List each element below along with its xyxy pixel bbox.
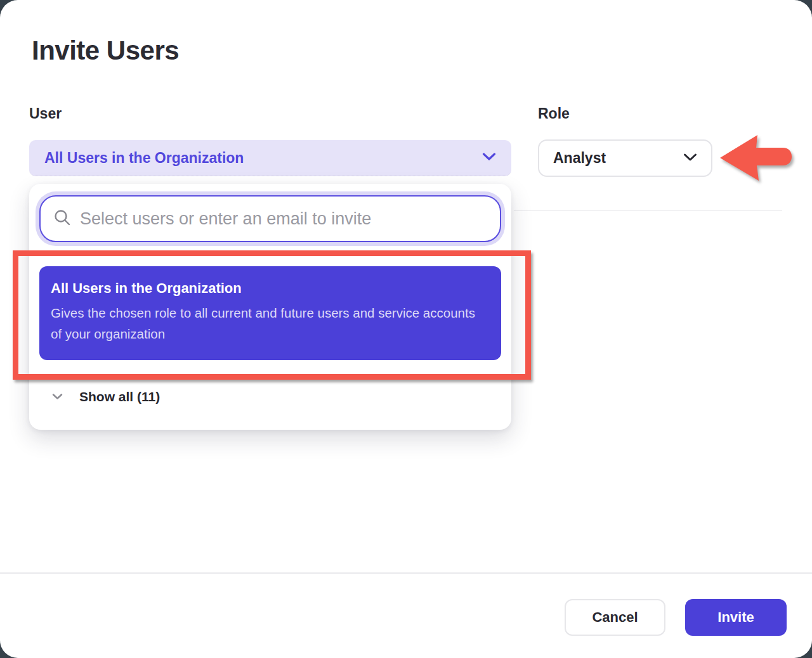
role-field-label: Role	[538, 105, 570, 122]
user-field-label: User	[29, 105, 62, 122]
search-input[interactable]	[80, 209, 487, 229]
option-description: Gives the chosen role to all current and…	[51, 302, 480, 344]
backdrop: Invite Users User Role All Users in the …	[0, 0, 812, 658]
user-dropdown-panel: All Users in the Organization Gives the …	[29, 184, 511, 430]
role-section-divider	[514, 210, 782, 211]
footer-divider	[0, 572, 812, 574]
invite-users-modal: Invite Users User Role All Users in the …	[0, 0, 812, 658]
chevron-down-icon	[52, 391, 63, 403]
role-select-value: Analyst	[553, 150, 606, 167]
option-title: All Users in the Organization	[51, 280, 490, 297]
chevron-down-icon	[683, 153, 697, 164]
show-all-toggle[interactable]: Show all (11)	[29, 380, 511, 413]
user-search-field[interactable]	[39, 195, 501, 242]
invite-button[interactable]: Invite	[685, 599, 787, 636]
role-select[interactable]: Analyst	[538, 139, 712, 177]
cancel-button[interactable]: Cancel	[565, 599, 665, 636]
left-arrow-annotation-icon	[717, 131, 795, 186]
show-all-label: Show all (11)	[79, 389, 160, 404]
chevron-down-icon	[482, 152, 496, 164]
page-title: Invite Users	[32, 35, 179, 66]
search-icon	[53, 209, 71, 229]
option-all-users[interactable]: All Users in the Organization Gives the …	[39, 266, 501, 360]
user-select-value: All Users in the Organization	[44, 150, 244, 167]
user-select[interactable]: All Users in the Organization	[29, 140, 511, 176]
